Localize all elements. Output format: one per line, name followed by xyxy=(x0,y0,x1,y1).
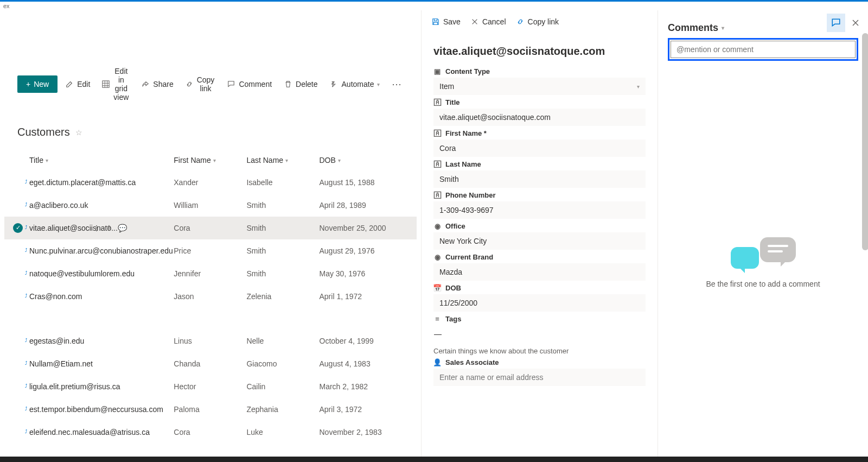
comments-heading: Comments xyxy=(668,22,718,34)
lastname-input[interactable] xyxy=(433,170,646,188)
title-input[interactable] xyxy=(433,109,646,126)
cell-lastname: Giacomo xyxy=(246,359,319,368)
svg-rect-0 xyxy=(103,81,109,87)
cell-title[interactable]: ⤴Nunc.pulvinar.arcu@conubianostraper.edu xyxy=(29,246,174,255)
chevron-down-icon: ▾ xyxy=(377,81,380,87)
col-firstname-label: First Name xyxy=(174,156,210,164)
dob-input[interactable] xyxy=(433,294,646,312)
new-button[interactable]: + New xyxy=(17,75,58,93)
cell-lastname: Zephania xyxy=(246,405,319,414)
panel-copylink-button[interactable]: Copy link xyxy=(512,14,564,29)
phone-label: Phone Number xyxy=(445,191,495,199)
choice-icon: ◉ xyxy=(433,223,441,230)
table-row[interactable]: ✓⤴vitae.aliquet@sociisnato... ⋮ ⇪ 💬CoraS… xyxy=(4,217,417,239)
overflow-button[interactable]: ⋯ xyxy=(387,76,406,92)
cell-firstname: Cora xyxy=(174,224,246,232)
close-panel-button[interactable] xyxy=(846,14,865,32)
table-row[interactable]: ⤴natoque@vestibulumlorem.edu JenniferSmi… xyxy=(4,262,417,285)
cell-title[interactable]: ⤴vitae.aliquet@sociisnato... ⋮ ⇪ 💬 xyxy=(29,224,174,232)
content-type-select[interactable]: Item▾ xyxy=(433,78,646,95)
row-more-icon[interactable]: ⋮ xyxy=(93,224,100,232)
cell-title[interactable]: ⤴est.tempor.bibendum@neccursusa.com xyxy=(29,405,174,414)
copylink-button[interactable]: Copy link xyxy=(181,72,220,96)
table-row[interactable]: ⤴Cras@non.com JasonZeleniaApril 1, 1972 xyxy=(4,285,417,308)
save-icon xyxy=(431,17,440,26)
col-dob-label: DOB xyxy=(320,156,336,164)
table-row[interactable]: ⤴eleifend.nec.malesuada@atrisus.ca CoraL… xyxy=(4,421,417,444)
col-lastname[interactable]: Last Name▾ xyxy=(246,156,319,164)
pencil-icon xyxy=(65,80,74,88)
col-title-label: Title xyxy=(29,156,43,164)
salesassoc-input[interactable] xyxy=(433,369,646,386)
taskbar xyxy=(0,457,868,462)
calendar-icon: 📅 xyxy=(433,284,441,292)
comment-input[interactable] xyxy=(671,41,856,58)
delete-button[interactable]: Delete xyxy=(279,77,322,92)
table-row[interactable]: ⤴egestas@in.edu LinusNelleOctober 4, 199… xyxy=(4,330,417,352)
col-dob[interactable]: DOB▾ xyxy=(320,156,404,164)
phone-input[interactable] xyxy=(433,201,646,219)
cell-title[interactable]: ⤴eget.dictum.placerat@mattis.ca xyxy=(29,178,174,187)
col-lastname-label: Last Name xyxy=(246,156,283,164)
cell-lastname: Nelle xyxy=(246,337,319,345)
cell-lastname: Smith xyxy=(246,224,319,232)
text-icon: 🄰 xyxy=(433,130,441,137)
trash-icon xyxy=(284,80,292,88)
row-comment-icon[interactable]: 💬 xyxy=(118,224,127,232)
cell-dob: May 30, 1976 xyxy=(320,269,404,278)
cell-firstname: William xyxy=(174,201,246,210)
cell-title[interactable]: ⤴ligula.elit.pretium@risus.ca xyxy=(29,382,174,391)
brand-input[interactable] xyxy=(433,263,646,281)
table-row[interactable]: ⤴a@aclibero.co.uk WilliamSmithApril 28, … xyxy=(4,194,417,217)
chevron-down-icon[interactable]: ▾ xyxy=(722,25,724,31)
firstname-input[interactable] xyxy=(433,140,646,157)
table-row[interactable]: ⤴est.tempor.bibendum@neccursusa.com Palo… xyxy=(4,398,417,421)
table-row[interactable]: ⤴Nunc.pulvinar.arcu@conubianostraper.edu… xyxy=(4,239,417,262)
col-firstname[interactable]: First Name▾ xyxy=(174,156,246,164)
cell-title[interactable]: ⤴egestas@in.edu xyxy=(29,337,174,345)
table-row[interactable]: ⤴ligula.elit.pretium@risus.ca HectorCail… xyxy=(4,375,417,398)
cell-title[interactable]: ⤴eleifend.nec.malesuada@atrisus.ca xyxy=(29,428,174,436)
dob-label: DOB xyxy=(445,284,461,292)
cell-firstname: Paloma xyxy=(174,405,246,414)
share-button[interactable]: Share xyxy=(137,77,177,92)
cell-title[interactable]: ⤴natoque@vestibulumlorem.edu xyxy=(29,269,174,278)
grid-button[interactable]: Edit in grid view xyxy=(98,64,133,105)
favorite-star-icon[interactable]: ☆ xyxy=(75,128,82,137)
cell-dob: March 2, 1982 xyxy=(320,382,404,391)
table-row[interactable]: ⤴Nullam@Etiam.net ChandaGiacomoAugust 4,… xyxy=(4,352,417,375)
cancel-button[interactable]: Cancel xyxy=(466,14,510,29)
row-selected-check-icon[interactable]: ✓ xyxy=(13,223,23,233)
item-indicator-icon: ⤴ xyxy=(25,270,28,276)
cell-lastname: Luke xyxy=(246,428,319,436)
item-indicator-icon: ⤴ xyxy=(25,293,28,299)
toggle-comments-button[interactable] xyxy=(827,14,845,32)
cell-lastname: Smith xyxy=(246,246,319,255)
content-type-label: Content Type xyxy=(445,67,490,75)
comment-button[interactable]: Comment xyxy=(222,77,276,92)
flow-icon xyxy=(330,80,339,88)
cell-title[interactable]: ⤴a@aclibero.co.uk xyxy=(29,201,174,210)
cell-title[interactable]: ⤴Nullam@Etiam.net xyxy=(29,359,174,368)
item-indicator-icon: ⤴ xyxy=(25,338,28,343)
chevron-down-icon: ▾ xyxy=(637,84,640,90)
office-input[interactable] xyxy=(433,232,646,250)
chevron-down-icon: ▾ xyxy=(338,157,341,163)
col-title[interactable]: Title▾ xyxy=(29,156,174,164)
tags-value[interactable]: — xyxy=(433,325,646,343)
grid-label: Edit in grid view xyxy=(113,67,129,102)
automate-button[interactable]: Automate▾ xyxy=(326,77,385,92)
table-row[interactable]: ⤴eget.dictum.placerat@mattis.ca XanderIs… xyxy=(4,171,417,194)
item-indicator-icon: ⤴ xyxy=(25,406,28,412)
list-area: + New Edit Edit in grid view Share Copy … xyxy=(0,10,421,462)
edit-button[interactable]: Edit xyxy=(61,77,94,92)
cell-dob: April 1, 1972 xyxy=(320,292,404,301)
row-share-icon[interactable]: ⇪ xyxy=(106,224,112,232)
cell-title[interactable]: ⤴Cras@non.com xyxy=(29,292,174,301)
automate-label: Automate xyxy=(342,80,374,88)
comment-icon xyxy=(227,80,235,88)
cell-firstname: Jason xyxy=(174,292,246,301)
save-button[interactable]: Save xyxy=(427,14,465,29)
delete-label: Delete xyxy=(296,80,317,88)
scrollbar[interactable] xyxy=(862,33,868,462)
